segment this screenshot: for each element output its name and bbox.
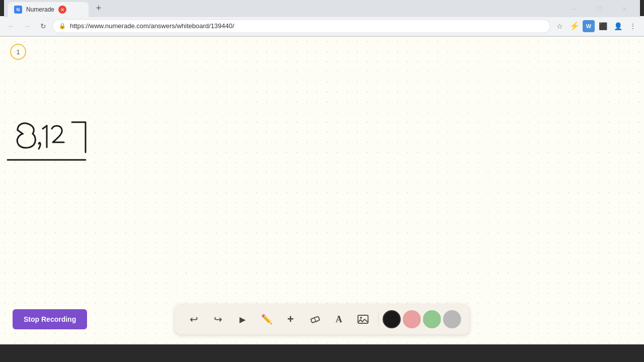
extensions-button[interactable]: ⚡	[568, 19, 582, 33]
restore-button[interactable]: ❐	[588, 1, 611, 17]
color-black-button[interactable]	[383, 310, 401, 328]
toolbar-separator	[378, 312, 379, 327]
add-button[interactable]: +	[280, 308, 302, 330]
tab-close-button[interactable]: ✕	[58, 6, 66, 14]
nav-icons: ☆ ⚡ W ⬛ 👤 ⋮	[552, 19, 640, 33]
undo-icon: ↩	[190, 313, 198, 325]
text-icon: A	[336, 314, 342, 325]
screenshare-button[interactable]: ⬛	[596, 19, 610, 33]
wordtune-button[interactable]: W	[583, 20, 595, 32]
redo-button[interactable]: ↪	[207, 308, 229, 330]
cursor-icon: ▶	[239, 315, 246, 324]
pen-icon: ✏️	[261, 314, 272, 325]
tab-favicon: N	[14, 6, 22, 14]
color-gray-button[interactable]	[443, 310, 461, 328]
undo-button[interactable]: ↩	[183, 308, 205, 330]
menu-button[interactable]: ⋮	[626, 19, 640, 33]
handwriting-svg	[8, 115, 108, 180]
stop-recording-button[interactable]: Stop Recording	[13, 309, 87, 329]
eraser-tool-button[interactable]	[304, 308, 326, 330]
minimize-button[interactable]: —	[562, 1, 586, 17]
address-bar[interactable]: 🔒 https://www.numerade.com/answers/white…	[52, 19, 550, 33]
svg-point-3	[360, 317, 362, 319]
pen-tool-button[interactable]: ✏️	[256, 308, 278, 330]
page-number: 1	[16, 48, 20, 56]
image-icon	[357, 313, 369, 325]
page-indicator: 1	[10, 44, 26, 60]
eraser-icon	[309, 314, 320, 325]
handwriting-canvas	[8, 115, 108, 182]
back-button[interactable]: ←	[4, 19, 18, 33]
color-green-button[interactable]	[423, 310, 441, 328]
image-tool-button[interactable]	[352, 308, 374, 330]
text-tool-button[interactable]: A	[328, 308, 350, 330]
profile-button[interactable]: 👤	[611, 19, 625, 33]
forward-button[interactable]: →	[20, 19, 34, 33]
toolbar: ↩ ↪ ▶ ✏️ + A	[175, 304, 469, 334]
select-tool-button[interactable]: ▶	[231, 308, 254, 330]
tab-title: Numerade	[26, 6, 54, 13]
window-controls: — ❐ ✕	[562, 1, 636, 17]
url-text: https://www.numerade.com/answers/whitebo…	[70, 22, 234, 30]
reload-button[interactable]: ↻	[36, 19, 50, 33]
title-bar: N Numerade ✕ + — ❐ ✕	[0, 0, 644, 16]
svg-rect-2	[358, 315, 368, 323]
color-pink-button[interactable]	[403, 310, 421, 328]
whiteboard[interactable]: 1 Stop Recording ↩ ↪	[0, 37, 644, 344]
active-tab[interactable]: N Numerade ✕	[8, 2, 89, 17]
close-button[interactable]: ✕	[613, 1, 636, 17]
plus-icon: +	[287, 313, 294, 326]
nav-bar: ← → ↻ 🔒 https://www.numerade.com/answers…	[0, 16, 644, 36]
browser-chrome: N Numerade ✕ + — ❐ ✕ ← → ↻ 🔒 https://www…	[0, 0, 644, 37]
lock-icon: 🔒	[59, 23, 66, 29]
new-tab-button[interactable]: +	[92, 1, 106, 15]
bookmark-button[interactable]: ☆	[552, 19, 567, 33]
redo-icon: ↪	[214, 313, 222, 325]
